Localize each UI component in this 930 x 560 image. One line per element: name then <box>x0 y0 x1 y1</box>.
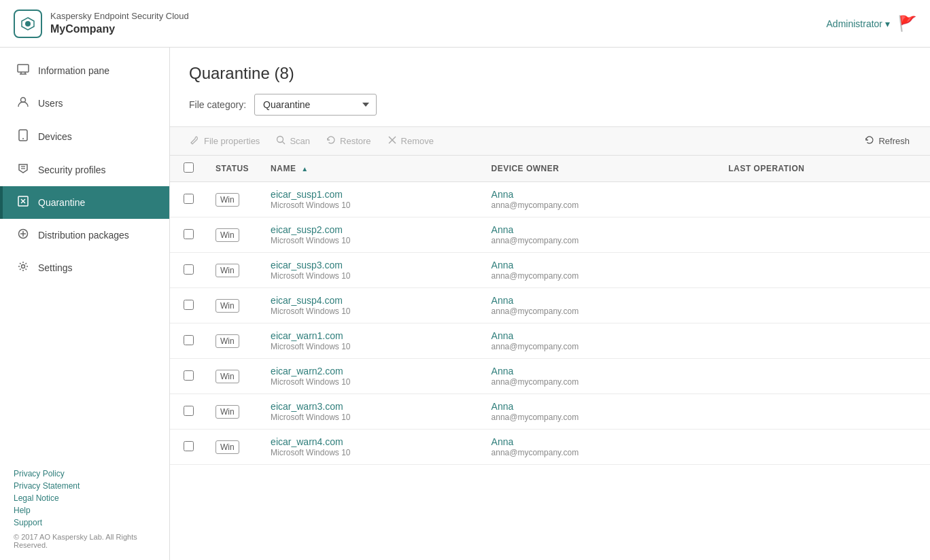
owner-email-label: anna@mycompany.com <box>492 200 707 210</box>
row-checkbox-4[interactable] <box>184 335 194 345</box>
row-owner-cell: Anna anna@mycompany.com <box>481 359 718 394</box>
legal-notice-link[interactable]: Legal Notice <box>14 493 156 503</box>
owner-email-label: anna@mycompany.com <box>492 307 707 316</box>
owner-name-link[interactable]: Anna <box>492 295 514 306</box>
os-badge: Win <box>216 193 239 207</box>
row-checkbox-3[interactable] <box>184 300 194 310</box>
table-row: Win eicar_susp2.com Microsoft Windows 10… <box>170 217 930 253</box>
row-check-cell <box>170 323 205 359</box>
owner-name-link[interactable]: Anna <box>492 260 514 270</box>
flag-icon[interactable]: 🚩 <box>898 15 916 33</box>
table-row: Win eicar_susp3.com Microsoft Windows 10… <box>170 253 930 288</box>
header-left: Kaspersky Endpoint Security Cloud MyComp… <box>14 10 189 38</box>
refresh-icon <box>865 135 874 147</box>
file-properties-label: File properties <box>204 136 260 146</box>
owner-email-label: anna@mycompany.com <box>492 342 707 351</box>
owner-name-link[interactable]: Anna <box>492 401 514 412</box>
file-name-link[interactable]: eicar_susp2.com <box>271 224 343 235</box>
sidebar-item-security-profiles[interactable]: Security profiles <box>0 154 169 186</box>
file-name-link[interactable]: eicar_susp4.com <box>271 295 343 306</box>
table-row: Win eicar_susp1.com Microsoft Windows 10… <box>170 182 930 217</box>
owner-email-label: anna@mycompany.com <box>492 377 707 387</box>
row-status-cell: Win <box>205 394 260 430</box>
file-name-link[interactable]: eicar_warn4.com <box>271 436 343 447</box>
copyright-text: © 2017 AO Kaspersky Lab. All Rights Rese… <box>14 533 156 549</box>
os-badge: Win <box>216 405 239 419</box>
remove-icon <box>388 135 397 147</box>
scan-button[interactable]: Scan <box>275 133 311 150</box>
sidebar-item-information-pane[interactable]: Information pane <box>0 54 169 87</box>
file-category-select[interactable]: Quarantine Backup All <box>254 94 377 116</box>
last-op-header: Last operation <box>718 156 930 182</box>
table-row: Win eicar_susp4.com Microsoft Windows 10… <box>170 288 930 323</box>
table-row: Win eicar_warn2.com Microsoft Windows 10… <box>170 359 930 394</box>
refresh-label: Refresh <box>878 136 910 146</box>
file-name-link[interactable]: eicar_warn1.com <box>271 330 343 341</box>
check-all-checkbox[interactable] <box>184 162 194 173</box>
owner-name-link[interactable]: Anna <box>492 224 514 235</box>
table-header-row: Status NAME ▲ Device owner Last operatio… <box>170 156 930 182</box>
row-last-op-cell <box>718 394 930 430</box>
row-name-cell: eicar_susp1.com Microsoft Windows 10 <box>260 182 480 217</box>
filter-label: File category: <box>189 99 246 110</box>
name-header[interactable]: NAME ▲ <box>260 156 480 182</box>
file-os-label: Microsoft Windows 10 <box>271 200 469 210</box>
sidebar-item-quarantine[interactable]: Quarantine <box>0 186 169 219</box>
help-link[interactable]: Help <box>14 506 156 515</box>
row-check-cell <box>170 182 205 217</box>
row-last-op-cell <box>718 323 930 359</box>
row-checkbox-7[interactable] <box>184 441 194 451</box>
settings-icon <box>16 261 30 275</box>
row-status-cell: Win <box>205 323 260 359</box>
admin-dropdown[interactable]: Administrator ▾ <box>827 18 890 29</box>
row-check-cell <box>170 430 205 465</box>
row-last-op-cell <box>718 217 930 253</box>
row-status-cell: Win <box>205 253 260 288</box>
sidebar-label-settings: Settings <box>38 262 73 273</box>
file-os-label: Microsoft Windows 10 <box>271 271 469 281</box>
sidebar-item-users[interactable]: Users <box>0 87 169 120</box>
file-os-label: Microsoft Windows 10 <box>271 377 469 387</box>
owner-name-link[interactable]: Anna <box>492 366 514 377</box>
row-checkbox-5[interactable] <box>184 370 194 381</box>
support-link[interactable]: Support <box>14 518 156 527</box>
row-owner-cell: Anna anna@mycompany.com <box>481 323 718 359</box>
row-name-cell: eicar_susp2.com Microsoft Windows 10 <box>260 217 480 253</box>
refresh-button[interactable]: Refresh <box>863 133 911 150</box>
row-checkbox-0[interactable] <box>184 194 194 204</box>
row-checkbox-6[interactable] <box>184 406 194 416</box>
remove-button[interactable]: Remove <box>386 133 435 150</box>
sort-asc-icon: ▲ <box>301 165 308 173</box>
file-name-link[interactable]: eicar_susp1.com <box>271 189 343 200</box>
restore-button[interactable]: Restore <box>325 133 373 150</box>
sidebar-label-users: Users <box>38 98 63 109</box>
row-status-cell: Win <box>205 182 260 217</box>
file-name-link[interactable]: eicar_warn3.com <box>271 401 343 412</box>
privacy-policy-link[interactable]: Privacy Policy <box>14 469 156 478</box>
owner-name-link[interactable]: Anna <box>492 436 514 447</box>
owner-email-label: anna@mycompany.com <box>492 448 707 457</box>
file-properties-button[interactable]: File properties <box>189 133 261 150</box>
row-checkbox-2[interactable] <box>184 264 194 275</box>
page-header: Quarantine (8) <box>170 48 930 94</box>
sidebar-item-distribution-packages[interactable]: Distribution packages <box>0 219 169 251</box>
owner-name-link[interactable]: Anna <box>492 189 514 200</box>
owner-name-link[interactable]: Anna <box>492 330 514 341</box>
file-name-link[interactable]: eicar_warn2.com <box>271 366 343 377</box>
row-check-cell <box>170 253 205 288</box>
row-owner-cell: Anna anna@mycompany.com <box>481 217 718 253</box>
row-checkbox-1[interactable] <box>184 229 194 239</box>
svg-point-18 <box>277 137 283 143</box>
row-status-cell: Win <box>205 430 260 465</box>
status-header: Status <box>205 156 260 182</box>
row-check-cell <box>170 217 205 253</box>
sidebar-nav: Information pane Users Devices Security … <box>0 48 169 284</box>
file-name-link[interactable]: eicar_susp3.com <box>271 260 343 270</box>
sidebar-item-devices[interactable]: Devices <box>0 120 169 154</box>
row-check-cell <box>170 288 205 323</box>
company-name: MyCompany <box>50 22 189 37</box>
main-content: Quarantine (8) File category: Quarantine… <box>170 48 930 560</box>
privacy-statement-link[interactable]: Privacy Statement <box>14 481 156 491</box>
row-name-cell: eicar_warn2.com Microsoft Windows 10 <box>260 359 480 394</box>
sidebar-item-settings[interactable]: Settings <box>0 251 169 284</box>
